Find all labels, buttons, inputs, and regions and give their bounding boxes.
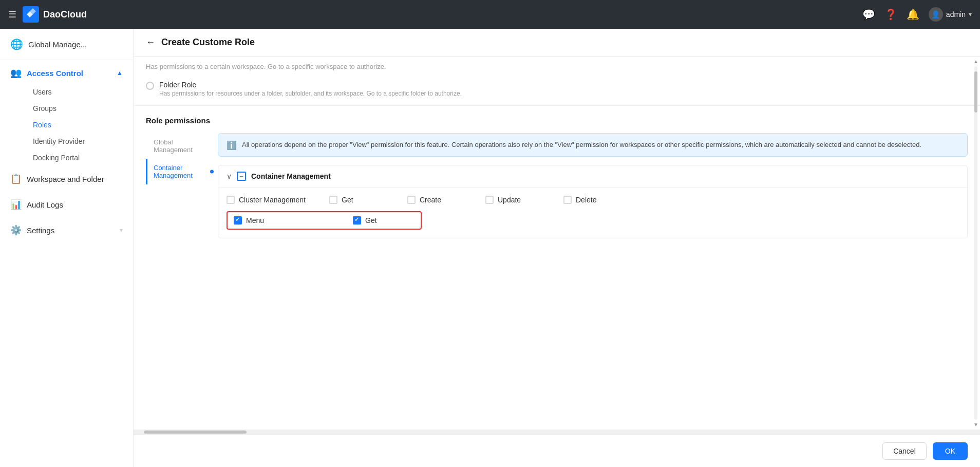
content-area: ← Create Custome Role ▲ ▼ Has permission… xyxy=(134,29,980,467)
menu-get-action: Get xyxy=(353,216,414,225)
chevron-down-icon: ▾ xyxy=(969,11,972,18)
scroll-up-icon[interactable]: ▲ xyxy=(973,59,978,64)
cluster-delete-action: Delete xyxy=(563,196,625,204)
cluster-create-action: Create xyxy=(407,196,469,204)
cluster-management-actions: Get Create xyxy=(329,196,959,204)
top-navigation: ☰ DaoCloud 💬 ❓ 🔔 👤 admin ▾ xyxy=(0,0,980,29)
permissions-nav: GlobalManagement ContainerManagement xyxy=(146,133,218,238)
container-management-header: ∨ Container Management xyxy=(218,165,967,188)
info-icon: ℹ️ xyxy=(227,140,237,150)
cluster-update-action: Update xyxy=(485,196,547,204)
permissions-section: Role permissions GlobalManagement Contai… xyxy=(134,106,980,249)
bell-icon[interactable]: 🔔 xyxy=(907,8,919,21)
collapse-icon[interactable]: ∨ xyxy=(227,172,232,180)
scroll-thumb xyxy=(974,71,977,113)
global-manage-section[interactable]: 🌐 Global Manage... xyxy=(0,29,133,60)
sidebar-item-settings[interactable]: ⚙️ Settings ▾ xyxy=(0,217,133,243)
global-icon: 🌐 xyxy=(10,38,23,50)
content-scroll: ▲ ▼ Has permissions to a certain workspa… xyxy=(134,57,980,429)
help-icon[interactable]: ❓ xyxy=(884,8,897,21)
cluster-delete-checkbox[interactable] xyxy=(563,196,572,204)
avatar: 👤 xyxy=(929,7,943,22)
cluster-management-item: Cluster Management xyxy=(227,196,329,204)
cluster-get-action: Get xyxy=(329,196,391,204)
cluster-create-checkbox[interactable] xyxy=(407,196,416,204)
folder-role-label: Folder Role xyxy=(159,81,462,89)
info-banner: ℹ️ All operations depend on the proper "… xyxy=(218,133,968,157)
perm-nav-container-label: ContainerManagement xyxy=(154,164,193,179)
cluster-delete-label: Delete xyxy=(576,196,596,204)
cluster-management-checkbox[interactable] xyxy=(227,196,235,204)
sidebar-item-identity-provider[interactable]: Identity Provider xyxy=(25,133,133,150)
permissions-content: ℹ️ All operations depend on the proper "… xyxy=(218,133,968,238)
sidebar-item-audit-logs[interactable]: 📊 Audit Logs xyxy=(0,192,133,217)
vertical-scrollbar[interactable]: ▲ ▼ xyxy=(974,57,978,429)
permissions-layout: GlobalManagement ContainerManagement xyxy=(146,133,968,238)
sidebar-item-workspace[interactable]: 📋 Workspace and Folder xyxy=(0,166,133,192)
settings-chevron-icon: ▾ xyxy=(120,227,123,234)
workspace-role-desc: Has permissions to a certain workspace. … xyxy=(146,63,968,76)
perm-nav-global[interactable]: GlobalManagement xyxy=(146,133,218,159)
access-control-header[interactable]: 👥 Access Control ▲ xyxy=(0,60,133,84)
page-header: ← Create Custome Role xyxy=(134,29,980,57)
workspace-icon: 📋 xyxy=(10,173,22,184)
access-control-chevron-icon: ▲ xyxy=(117,69,123,77)
perm-nav-global-label: GlobalManagement xyxy=(154,138,193,154)
cluster-get-checkbox[interactable] xyxy=(329,196,337,204)
menu-label: Menu xyxy=(246,216,264,225)
sidebar-item-users[interactable]: Users xyxy=(25,84,133,100)
menu-get-checkbox[interactable] xyxy=(353,216,361,225)
menu-checkbox[interactable] xyxy=(234,216,242,225)
access-control-items: Users Groups Roles Identity Provider Doc… xyxy=(0,84,133,166)
user-menu[interactable]: 👤 admin ▾ xyxy=(929,7,972,22)
cluster-update-checkbox[interactable] xyxy=(485,196,494,204)
container-management-body: Cluster Management Get xyxy=(218,188,967,238)
cluster-get-label: Get xyxy=(342,196,353,204)
sidebar-item-docking-portal[interactable]: Docking Portal xyxy=(25,150,133,166)
access-control-section: 👥 Access Control ▲ Users Groups Roles Id… xyxy=(0,60,133,166)
user-name: admin xyxy=(946,10,966,18)
global-title: Global Manage... xyxy=(28,40,87,49)
workspace-label: Workspace and Folder xyxy=(27,175,104,183)
settings-icon: ⚙️ xyxy=(10,225,22,236)
sidebar: 🌐 Global Manage... 👥 Access Control ▲ Us… xyxy=(0,29,134,467)
logo-area: DaoCloud xyxy=(23,6,87,23)
message-icon[interactable]: 💬 xyxy=(862,8,875,21)
minus-square-icon[interactable] xyxy=(237,172,246,181)
footer-bar: Cancel OK xyxy=(134,435,980,467)
scroll-track xyxy=(974,66,977,420)
folder-role-desc: Has permissions for resources under a fo… xyxy=(159,90,462,97)
audit-icon: 📊 xyxy=(10,199,22,210)
menu-row: Menu Get xyxy=(227,211,959,230)
hamburger-menu-icon[interactable]: ☰ xyxy=(8,9,16,20)
horizontal-scrollbar[interactable] xyxy=(134,429,980,435)
sidebar-item-roles[interactable]: Roles xyxy=(25,117,133,133)
access-control-label: Access Control xyxy=(27,69,83,78)
back-button[interactable]: ← xyxy=(146,37,155,48)
perm-nav-dot xyxy=(210,170,214,174)
role-type-partial: Has permissions to a certain workspace. … xyxy=(134,57,980,106)
cancel-button[interactable]: Cancel xyxy=(882,442,927,460)
menu-get-label: Get xyxy=(365,216,377,225)
container-management-box: ∨ Container Management xyxy=(218,165,968,238)
settings-label: Settings xyxy=(27,226,54,235)
container-management-title: Container Management xyxy=(251,172,331,180)
info-text: All operations depend on the proper "Vie… xyxy=(242,140,921,150)
scroll-down-icon[interactable]: ▼ xyxy=(973,422,978,427)
folder-role-radio[interactable] xyxy=(146,82,154,90)
page-title: Create Custome Role xyxy=(161,37,255,48)
access-control-icon: 👥 xyxy=(10,67,22,79)
ok-button[interactable]: OK xyxy=(933,442,968,460)
form-container: ▲ ▼ Has permissions to a certain workspa… xyxy=(134,57,980,429)
daocloud-logo-icon xyxy=(23,6,39,23)
menu-highlight-box: Menu Get xyxy=(227,211,422,230)
perm-nav-container[interactable]: ContainerManagement xyxy=(146,159,218,184)
cluster-management-label: Cluster Management xyxy=(239,196,306,204)
folder-role-option: Folder Role Has permissions for resource… xyxy=(146,81,968,97)
horizontal-scroll-thumb xyxy=(144,431,247,434)
sidebar-item-groups[interactable]: Groups xyxy=(25,100,133,117)
cluster-management-row: Cluster Management Get xyxy=(227,196,959,204)
audit-label: Audit Logs xyxy=(27,200,63,209)
cluster-update-label: Update xyxy=(498,196,521,204)
cluster-create-label: Create xyxy=(420,196,441,204)
